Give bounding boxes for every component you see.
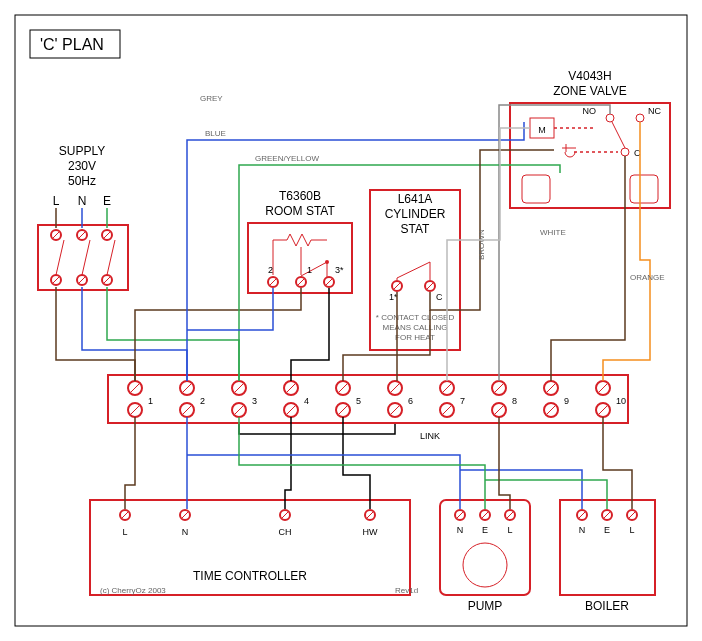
junction-terminals: 1 2 3 4 5 6 7 8 9 10	[128, 381, 626, 417]
svg-point-48	[621, 148, 629, 156]
svg-text:(c) CherryOz 2003: (c) CherryOz 2003	[100, 586, 166, 595]
svg-rect-40	[522, 175, 550, 203]
svg-rect-41	[630, 175, 658, 203]
svg-text:N: N	[182, 527, 189, 537]
svg-text:ORANGE: ORANGE	[630, 273, 665, 282]
svg-line-29	[397, 262, 430, 278]
svg-text:L: L	[53, 194, 60, 208]
svg-line-9	[82, 240, 90, 275]
supply-label: SUPPLY	[59, 144, 105, 158]
svg-text:BROWN: BROWN	[477, 229, 486, 260]
supply-freq: 50Hz	[68, 174, 96, 188]
zone-valve-box: M NO NC C	[510, 103, 670, 208]
svg-text:V4043H: V4043H	[568, 69, 611, 83]
svg-text:* CONTACT CLOSED: * CONTACT CLOSED	[376, 313, 455, 322]
svg-text:BOILER: BOILER	[585, 599, 629, 613]
svg-text:T6360B: T6360B	[279, 189, 321, 203]
svg-text:10: 10	[616, 396, 626, 406]
svg-text:E: E	[482, 525, 488, 535]
svg-text:C: C	[436, 292, 443, 302]
svg-text:5: 5	[356, 396, 361, 406]
svg-text:2: 2	[268, 265, 273, 275]
svg-text:3*: 3*	[335, 265, 344, 275]
svg-text:MEANS CALLING: MEANS CALLING	[383, 323, 448, 332]
svg-text:STAT: STAT	[401, 222, 431, 236]
junction-link	[239, 424, 395, 434]
supply-voltage: 230V	[68, 159, 96, 173]
svg-text:BLUE: BLUE	[205, 129, 226, 138]
svg-text:L641A: L641A	[398, 192, 433, 206]
svg-point-44	[606, 114, 614, 122]
svg-point-46	[636, 114, 644, 122]
svg-text:E: E	[103, 194, 111, 208]
svg-text:N: N	[457, 525, 464, 535]
svg-text:GREEN/YELLOW: GREEN/YELLOW	[255, 154, 319, 163]
svg-text:HW: HW	[363, 527, 378, 537]
svg-text:N: N	[579, 525, 586, 535]
svg-line-19	[301, 262, 327, 276]
svg-text:L: L	[122, 527, 127, 537]
svg-text:M: M	[538, 125, 546, 135]
svg-point-75	[463, 543, 507, 587]
svg-text:NC: NC	[648, 106, 661, 116]
svg-text:8: 8	[512, 396, 517, 406]
svg-text:LINK: LINK	[420, 431, 440, 441]
svg-text:Rev1d: Rev1d	[395, 586, 418, 595]
svg-text:1: 1	[148, 396, 153, 406]
svg-text:ROOM STAT: ROOM STAT	[265, 204, 335, 218]
svg-text:1: 1	[307, 265, 312, 275]
svg-point-21	[325, 260, 329, 264]
pump-box: N E L PUMP	[440, 500, 530, 613]
supply-box	[38, 225, 128, 290]
svg-text:ZONE VALVE: ZONE VALVE	[553, 84, 627, 98]
svg-text:2: 2	[200, 396, 205, 406]
diagram-title: 'C' PLAN	[40, 36, 104, 53]
svg-text:FOR HEAT: FOR HEAT	[395, 333, 435, 342]
svg-line-51	[612, 122, 625, 148]
svg-text:WHITE: WHITE	[540, 228, 566, 237]
svg-text:CYLINDER: CYLINDER	[385, 207, 446, 221]
svg-text:6: 6	[408, 396, 413, 406]
svg-text:NO: NO	[583, 106, 597, 116]
svg-text:CH: CH	[279, 527, 292, 537]
svg-text:4: 4	[304, 396, 309, 406]
time-controller-box: L N CH HW TIME CONTROLLER	[90, 500, 410, 595]
svg-text:GREY: GREY	[200, 94, 223, 103]
svg-text:9: 9	[564, 396, 569, 406]
svg-text:TIME CONTROLLER: TIME CONTROLLER	[193, 569, 307, 583]
boiler-box: N E L BOILER	[560, 500, 655, 613]
svg-text:3: 3	[252, 396, 257, 406]
svg-line-8	[56, 240, 64, 275]
svg-text:L: L	[507, 525, 512, 535]
wiring-diagram: 'C' PLAN SUPPLY 230V 50Hz L N E T6360B R…	[0, 0, 702, 641]
svg-text:PUMP: PUMP	[468, 599, 503, 613]
svg-rect-39	[510, 103, 670, 208]
svg-line-10	[107, 240, 115, 275]
roomstat-box: 2 1 3*	[248, 223, 352, 293]
svg-text:7: 7	[460, 396, 465, 406]
svg-text:N: N	[78, 194, 87, 208]
svg-text:L: L	[629, 525, 634, 535]
svg-text:E: E	[604, 525, 610, 535]
